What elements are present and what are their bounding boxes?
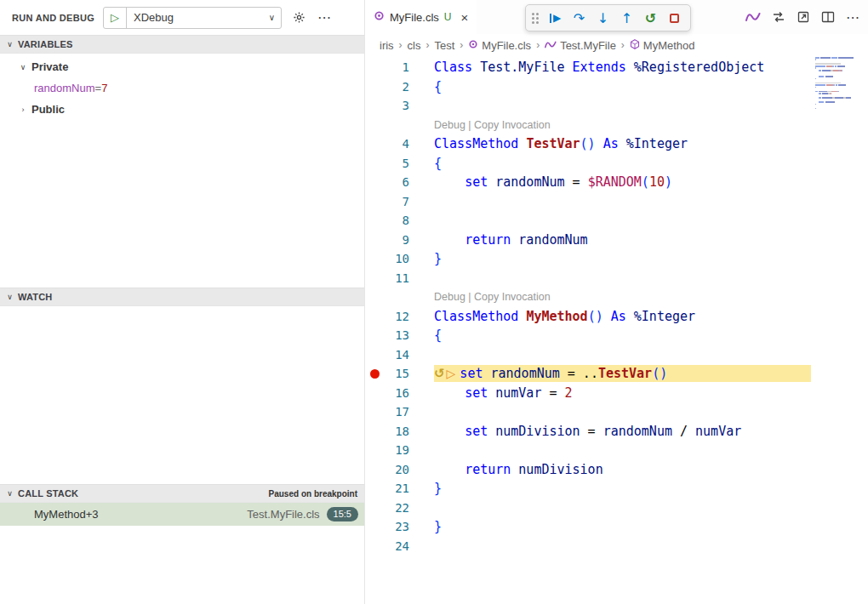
step-out-button[interactable]: ↑ bbox=[615, 7, 638, 29]
line-number: 19 bbox=[384, 443, 409, 457]
breadcrumb-item-iris[interactable]: iris bbox=[380, 39, 394, 52]
line-number: 8 bbox=[384, 214, 409, 227]
code-line-24[interactable]: 24 bbox=[365, 537, 868, 556]
variable-item[interactable]: randomNum = 7 bbox=[0, 77, 364, 99]
minimap[interactable] bbox=[815, 57, 861, 112]
play-icon: ▷ bbox=[111, 11, 119, 24]
open-changes-icon[interactable] bbox=[797, 10, 810, 24]
start-debug-button[interactable]: ▷ bbox=[104, 8, 127, 28]
code-line-15[interactable]: 15↺▷set randomNum = ..TestVar() bbox=[365, 364, 868, 384]
code-line-6[interactable]: 6 set randomNum = $RANDOM(10) bbox=[365, 173, 868, 192]
current-statement-icon: ▷ bbox=[447, 367, 456, 380]
code-line-22[interactable]: 22 bbox=[365, 499, 868, 518]
split-editor-icon[interactable] bbox=[821, 10, 835, 24]
callstack-body: MyMethod+3Test.MyFile.cls15:5 bbox=[0, 503, 364, 526]
codelens-row[interactable]: Debug | Copy Invocation bbox=[365, 288, 868, 307]
step-over-button[interactable]: ↷ bbox=[568, 7, 591, 29]
line-content: set numDivision = randomNum / numVar bbox=[434, 424, 741, 439]
continue-icon: ▶ bbox=[553, 12, 561, 24]
server-actions-icon[interactable] bbox=[772, 10, 785, 24]
code-line-11[interactable]: 11 bbox=[365, 269, 868, 288]
code-line-8[interactable]: 8 bbox=[365, 211, 868, 231]
line-content: } bbox=[434, 251, 442, 266]
code-line-21[interactable]: 21} bbox=[365, 479, 868, 499]
code-line-18[interactable]: 18 set numDivision = randomNum / numVar bbox=[365, 422, 868, 442]
line-number: 22 bbox=[384, 501, 409, 515]
gear-icon[interactable] bbox=[293, 11, 306, 24]
code-line-19[interactable]: 19 bbox=[365, 441, 868, 460]
more-actions-icon[interactable]: ⋯ bbox=[317, 9, 331, 26]
variables-group-private[interactable]: ∨Private bbox=[0, 56, 364, 77]
code-line-16[interactable]: 16 set numVar = 2 bbox=[365, 384, 868, 403]
breakpoint-icon[interactable] bbox=[370, 369, 380, 379]
code-line-10[interactable]: 10} bbox=[365, 249, 868, 269]
line-number: 15 bbox=[384, 367, 409, 380]
code-editor[interactable]: 1Class Test.MyFile Extends %RegisteredOb… bbox=[365, 56, 868, 556]
breadcrumb-separator: › bbox=[536, 39, 540, 51]
frame-position-badge: 15:5 bbox=[327, 507, 358, 521]
breadcrumb-label: cls bbox=[408, 39, 421, 52]
line-content: } bbox=[434, 519, 442, 534]
tab-myfile-cls[interactable]: MyFile.cls U × bbox=[365, 0, 477, 34]
line-content: { bbox=[434, 79, 442, 94]
callstack-section-header[interactable]: ∨ CALL STACK Paused on breakpoint bbox=[0, 484, 364, 503]
breadcrumb-item-mymethod[interactable]: MyMethod bbox=[630, 39, 695, 52]
line-number: 6 bbox=[384, 175, 409, 189]
continue-button[interactable]: ▶ bbox=[544, 7, 567, 29]
step-into-button[interactable]: ↓ bbox=[591, 7, 614, 29]
code-line-13[interactable]: 13{ bbox=[365, 326, 868, 345]
breadcrumb-label: MyFile.cls bbox=[482, 39, 531, 52]
git-status-badge: U bbox=[444, 11, 452, 23]
code-line-12[interactable]: 12ClassMethod MyMethod() As %Integer bbox=[365, 307, 868, 327]
breadcrumb-label: iris bbox=[380, 39, 394, 52]
restart-button[interactable]: ↺ bbox=[639, 7, 662, 29]
code-line-17[interactable]: 17 bbox=[365, 402, 868, 422]
line-number: 18 bbox=[384, 425, 409, 438]
watch-section-title: WATCH bbox=[18, 292, 53, 302]
code-line-5[interactable]: 5{ bbox=[365, 154, 868, 174]
watch-section-header[interactable]: ∨ WATCH bbox=[0, 288, 364, 306]
variables-group-public[interactable]: ›Public bbox=[0, 99, 364, 120]
code-line-7[interactable]: 7 bbox=[365, 192, 868, 212]
code-line-20[interactable]: 20 return numDivision bbox=[365, 460, 868, 480]
codelens-row[interactable]: Debug | Copy Invocation bbox=[365, 116, 868, 135]
debug-config-picker[interactable]: ▷ XDebug ∨ bbox=[103, 7, 282, 29]
code-line-23[interactable]: 23} bbox=[365, 517, 868, 537]
line-number: 7 bbox=[384, 195, 409, 208]
drag-handle[interactable] bbox=[532, 13, 539, 24]
method-icon bbox=[630, 39, 640, 52]
line-content: ClassMethod TestVar() As %Integer bbox=[434, 136, 688, 151]
code-line-2[interactable]: 2{ bbox=[365, 77, 868, 97]
line-content: set numVar = 2 bbox=[434, 385, 573, 401]
breadcrumb-item-myfile-cls[interactable]: MyFile.cls bbox=[468, 39, 531, 52]
line-content[interactable]: Debug | Copy Invocation bbox=[434, 291, 551, 303]
code-line-1[interactable]: 1Class Test.MyFile Extends %RegisteredOb… bbox=[365, 58, 868, 77]
debug-config-name[interactable]: XDebug bbox=[127, 11, 263, 24]
code-line-9[interactable]: 9 return randomNum bbox=[365, 231, 868, 250]
breadcrumb: iris›cls›Test›MyFile.cls›Test.MyFile›MyM… bbox=[365, 34, 868, 56]
line-number: 24 bbox=[384, 539, 409, 553]
stop-button[interactable] bbox=[663, 7, 686, 29]
line-number: 21 bbox=[384, 481, 409, 495]
variables-group-label: Public bbox=[31, 103, 65, 116]
breadcrumb-label: Test bbox=[435, 39, 455, 52]
code-line-14[interactable]: 14 bbox=[365, 345, 868, 365]
code-line-4[interactable]: 4ClassMethod TestVar() As %Integer bbox=[365, 134, 868, 154]
chevron-down-icon: ∨ bbox=[5, 293, 14, 301]
code-line-3[interactable]: 3 bbox=[365, 96, 868, 116]
file-icon bbox=[468, 39, 478, 52]
more-actions-icon[interactable]: ⋯ bbox=[846, 9, 859, 26]
line-content[interactable]: Debug | Copy Invocation bbox=[434, 119, 551, 131]
breadcrumb-item-test[interactable]: Test bbox=[435, 39, 455, 52]
stack-frame[interactable]: MyMethod+3Test.MyFile.cls15:5 bbox=[0, 503, 364, 526]
objectscript-icon[interactable] bbox=[745, 11, 761, 23]
breakpoint-gutter[interactable] bbox=[365, 369, 384, 379]
breadcrumb-label: Test.MyFile bbox=[560, 39, 616, 52]
close-icon[interactable]: × bbox=[460, 10, 468, 25]
breadcrumb-item-test-myfile[interactable]: Test.MyFile bbox=[545, 39, 616, 52]
breadcrumb-item-cls[interactable]: cls bbox=[408, 39, 421, 52]
variables-section-header[interactable]: ∨ VARIABLES bbox=[0, 35, 364, 54]
line-number: 23 bbox=[384, 520, 409, 533]
chevron-down-icon[interactable]: ∨ bbox=[263, 13, 281, 22]
breadcrumb-separator: › bbox=[621, 39, 625, 51]
